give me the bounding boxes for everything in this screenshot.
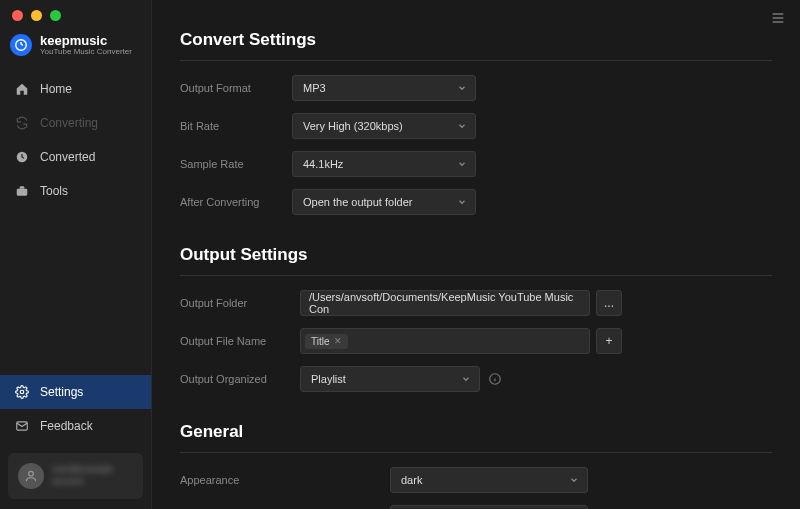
languages-select[interactable]: English [390, 505, 588, 509]
nav-label: Settings [40, 385, 83, 399]
label-after-converting: After Converting [180, 196, 292, 208]
chevron-down-icon [461, 374, 471, 384]
label-bit-rate: Bit Rate [180, 120, 292, 132]
nav-tools[interactable]: Tools [0, 174, 151, 208]
nav-settings[interactable]: Settings [0, 375, 151, 409]
nav: Home Converting Converted Tools Settings… [0, 72, 151, 509]
output-settings-section: Output Settings Output Folder /Users/anv… [180, 245, 772, 392]
sample-rate-select[interactable]: 44.1kHz [292, 151, 476, 177]
label-output-folder: Output Folder [180, 297, 300, 309]
nav-converted[interactable]: Converted [0, 140, 151, 174]
close-window-button[interactable] [12, 10, 23, 21]
user-info: user@example account [52, 464, 133, 487]
menu-button[interactable] [770, 10, 786, 30]
appearance-select[interactable]: dark [390, 467, 588, 493]
chevron-down-icon [457, 121, 467, 131]
minimize-window-button[interactable] [31, 10, 42, 21]
app-subtitle: YouTube Music Converter [40, 48, 132, 56]
label-output-format: Output Format [180, 82, 292, 94]
after-converting-select[interactable]: Open the output folder [292, 189, 476, 215]
window-controls [0, 0, 151, 29]
avatar-icon [18, 463, 44, 489]
clock-icon [14, 149, 30, 165]
output-file-name-input[interactable]: Title ✕ [300, 328, 590, 354]
section-title: General [180, 422, 772, 453]
nav-label: Converted [40, 150, 95, 164]
convert-settings-section: Convert Settings Output Format MP3 Bit R… [180, 30, 772, 215]
label-sample-rate: Sample Rate [180, 158, 292, 170]
output-format-select[interactable]: MP3 [292, 75, 476, 101]
browse-button[interactable]: ... [596, 290, 622, 316]
mail-icon [14, 418, 30, 434]
output-folder-input[interactable]: /Users/anvsoft/Documents/KeepMusic YouTu… [300, 290, 590, 316]
app-name: keepmusic [40, 33, 132, 48]
toolbox-icon [14, 183, 30, 199]
nav-label: Home [40, 82, 72, 96]
converting-icon [14, 115, 30, 131]
nav-converting[interactable]: Converting [0, 106, 151, 140]
nav-label: Tools [40, 184, 68, 198]
bit-rate-select[interactable]: Very High (320kbps) [292, 113, 476, 139]
remove-tag-icon[interactable]: ✕ [334, 336, 342, 346]
chevron-down-icon [569, 475, 579, 485]
output-organized-select[interactable]: Playlist [300, 366, 480, 392]
nav-label: Converting [40, 116, 98, 130]
nav-home[interactable]: Home [0, 72, 151, 106]
nav-feedback[interactable]: Feedback [0, 409, 151, 443]
home-icon [14, 81, 30, 97]
gear-icon [14, 384, 30, 400]
info-icon[interactable] [488, 372, 502, 386]
svg-point-3 [20, 390, 24, 394]
chevron-down-icon [457, 197, 467, 207]
main: Convert Settings Output Format MP3 Bit R… [152, 0, 800, 509]
svg-point-0 [16, 39, 27, 50]
app-logo-icon [10, 34, 32, 56]
label-appearance: Appearance [180, 474, 390, 486]
add-tag-button[interactable]: + [596, 328, 622, 354]
section-title: Convert Settings [180, 30, 772, 61]
section-title: Output Settings [180, 245, 772, 276]
svg-rect-2 [17, 189, 28, 196]
general-section: General Appearance dark Languages Englis… [180, 422, 772, 509]
filename-tag[interactable]: Title ✕ [305, 334, 348, 349]
user-card[interactable]: user@example account [8, 453, 143, 499]
brand: keepmusic YouTube Music Converter [0, 29, 151, 72]
label-output-file-name: Output File Name [180, 335, 300, 347]
maximize-window-button[interactable] [50, 10, 61, 21]
sidebar: keepmusic YouTube Music Converter Home C… [0, 0, 152, 509]
chevron-down-icon [457, 159, 467, 169]
svg-point-5 [29, 471, 34, 476]
label-output-organized: Output Organized [180, 373, 300, 385]
nav-label: Feedback [40, 419, 93, 433]
chevron-down-icon [457, 83, 467, 93]
